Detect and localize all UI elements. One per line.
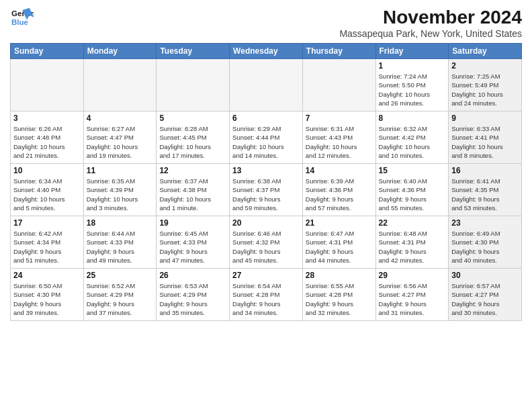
day-number: 1 (379, 61, 446, 71)
day-info: Sunrise: 6:52 AM Sunset: 4:29 PM Dayligh… (87, 281, 154, 317)
header-wednesday: Wednesday (230, 44, 303, 59)
calendar-cell: 8Sunrise: 6:32 AM Sunset: 4:42 PM Daylig… (375, 111, 449, 164)
day-number: 20 (232, 218, 300, 228)
header-sunday: Sunday (11, 44, 84, 59)
day-info: Sunrise: 6:49 AM Sunset: 4:30 PM Dayligh… (451, 229, 519, 265)
day-number: 22 (379, 218, 446, 228)
day-info: Sunrise: 6:38 AM Sunset: 4:37 PM Dayligh… (232, 177, 300, 212)
day-number: 21 (306, 218, 373, 228)
calendar-cell: 20Sunrise: 6:46 AM Sunset: 4:32 PM Dayli… (230, 216, 303, 269)
day-number: 13 (232, 166, 300, 175)
day-info: Sunrise: 6:40 AM Sunset: 4:36 PM Dayligh… (379, 177, 446, 212)
day-number: 8 (379, 113, 446, 123)
day-number: 17 (13, 218, 81, 228)
day-number: 18 (87, 218, 154, 228)
day-info: Sunrise: 7:25 AM Sunset: 5:49 PM Dayligh… (451, 72, 519, 107)
calendar-cell: 17Sunrise: 6:42 AM Sunset: 4:34 PM Dayli… (11, 216, 84, 269)
day-info: Sunrise: 6:27 AM Sunset: 4:47 PM Dayligh… (87, 124, 154, 160)
day-info: Sunrise: 6:34 AM Sunset: 4:40 PM Dayligh… (13, 177, 81, 212)
calendar-week-1: 3Sunrise: 6:26 AM Sunset: 4:48 PM Daylig… (11, 111, 522, 164)
day-info: Sunrise: 6:50 AM Sunset: 4:30 PM Dayligh… (13, 281, 81, 317)
calendar-cell: 16Sunrise: 6:41 AM Sunset: 4:35 PM Dayli… (449, 164, 522, 216)
calendar-cell: 25Sunrise: 6:52 AM Sunset: 4:29 PM Dayli… (83, 269, 157, 321)
day-number: 28 (306, 271, 373, 280)
day-number: 16 (451, 166, 519, 175)
day-number: 14 (306, 166, 373, 175)
day-info: Sunrise: 6:46 AM Sunset: 4:32 PM Dayligh… (232, 229, 300, 265)
calendar-cell: 7Sunrise: 6:31 AM Sunset: 4:43 PM Daylig… (302, 111, 375, 164)
day-number: 15 (379, 166, 446, 175)
calendar-cell: 13Sunrise: 6:38 AM Sunset: 4:37 PM Dayli… (230, 164, 303, 216)
day-info: Sunrise: 6:29 AM Sunset: 4:44 PM Dayligh… (232, 124, 300, 160)
day-info: Sunrise: 6:32 AM Sunset: 4:42 PM Dayligh… (379, 124, 446, 160)
calendar-cell: 11Sunrise: 6:35 AM Sunset: 4:39 PM Dayli… (83, 164, 157, 216)
title-block: November 2024 Massapequa Park, New York,… (339, 7, 522, 39)
day-info: Sunrise: 6:35 AM Sunset: 4:39 PM Dayligh… (87, 177, 154, 212)
calendar-cell: 4Sunrise: 6:27 AM Sunset: 4:47 PM Daylig… (83, 111, 157, 164)
day-info: Sunrise: 6:55 AM Sunset: 4:28 PM Dayligh… (306, 281, 373, 317)
calendar-cell: 10Sunrise: 6:34 AM Sunset: 4:40 PM Dayli… (11, 164, 84, 216)
day-info: Sunrise: 6:54 AM Sunset: 4:28 PM Dayligh… (232, 281, 300, 317)
calendar-cell (157, 59, 230, 111)
calendar-cell: 26Sunrise: 6:53 AM Sunset: 4:29 PM Dayli… (157, 269, 230, 321)
day-number: 6 (232, 113, 300, 123)
header-saturday: Saturday (449, 44, 522, 59)
calendar-cell: 28Sunrise: 6:55 AM Sunset: 4:28 PM Dayli… (302, 269, 375, 321)
calendar-cell: 9Sunrise: 6:33 AM Sunset: 4:41 PM Daylig… (449, 111, 522, 164)
header-monday: Monday (83, 44, 157, 59)
day-number: 30 (451, 271, 519, 280)
calendar-cell: 2Sunrise: 7:25 AM Sunset: 5:49 PM Daylig… (449, 59, 522, 111)
day-info: Sunrise: 6:44 AM Sunset: 4:33 PM Dayligh… (87, 229, 154, 265)
calendar-week-3: 17Sunrise: 6:42 AM Sunset: 4:34 PM Dayli… (11, 216, 522, 269)
day-info: Sunrise: 6:28 AM Sunset: 4:45 PM Dayligh… (159, 124, 226, 160)
day-number: 5 (159, 113, 226, 123)
day-info: Sunrise: 6:26 AM Sunset: 4:48 PM Dayligh… (13, 124, 81, 160)
day-info: Sunrise: 6:41 AM Sunset: 4:35 PM Dayligh… (451, 177, 519, 212)
calendar-cell: 30Sunrise: 6:57 AM Sunset: 4:27 PM Dayli… (449, 269, 522, 321)
day-number: 7 (306, 113, 373, 123)
day-number: 4 (87, 113, 154, 123)
calendar-week-4: 24Sunrise: 6:50 AM Sunset: 4:30 PM Dayli… (11, 269, 522, 321)
day-number: 2 (451, 61, 519, 71)
header-thursday: Thursday (302, 44, 375, 59)
day-info: Sunrise: 6:47 AM Sunset: 4:31 PM Dayligh… (306, 229, 373, 265)
calendar-cell: 27Sunrise: 6:54 AM Sunset: 4:28 PM Dayli… (230, 269, 303, 321)
day-number: 27 (232, 271, 300, 280)
calendar-week-2: 10Sunrise: 6:34 AM Sunset: 4:40 PM Dayli… (11, 164, 522, 216)
day-info: Sunrise: 6:53 AM Sunset: 4:29 PM Dayligh… (159, 281, 226, 317)
calendar-cell: 15Sunrise: 6:40 AM Sunset: 4:36 PM Dayli… (375, 164, 449, 216)
day-info: Sunrise: 6:45 AM Sunset: 4:33 PM Dayligh… (159, 229, 226, 265)
calendar-cell: 22Sunrise: 6:48 AM Sunset: 4:31 PM Dayli… (375, 216, 449, 269)
calendar-cell: 1Sunrise: 7:24 AM Sunset: 5:50 PM Daylig… (375, 59, 449, 111)
calendar-cell: 19Sunrise: 6:45 AM Sunset: 4:33 PM Dayli… (157, 216, 230, 269)
subtitle: Massapequa Park, New York, United States (339, 28, 522, 39)
day-info: Sunrise: 7:24 AM Sunset: 5:50 PM Dayligh… (379, 72, 446, 107)
calendar-week-0: 1Sunrise: 7:24 AM Sunset: 5:50 PM Daylig… (11, 59, 522, 111)
calendar-cell: 5Sunrise: 6:28 AM Sunset: 4:45 PM Daylig… (157, 111, 230, 164)
calendar-cell: 29Sunrise: 6:56 AM Sunset: 4:27 PM Dayli… (375, 269, 449, 321)
header-friday: Friday (375, 44, 449, 59)
day-info: Sunrise: 6:42 AM Sunset: 4:34 PM Dayligh… (13, 229, 81, 265)
day-number: 9 (451, 113, 519, 123)
day-number: 19 (159, 218, 226, 228)
calendar-header-row: Sunday Monday Tuesday Wednesday Thursday… (11, 44, 522, 59)
day-number: 3 (13, 113, 81, 123)
logo-icon: General Blue (10, 7, 34, 28)
day-number: 23 (451, 218, 519, 228)
day-info: Sunrise: 6:39 AM Sunset: 4:36 PM Dayligh… (306, 177, 373, 212)
calendar-cell: 21Sunrise: 6:47 AM Sunset: 4:31 PM Dayli… (302, 216, 375, 269)
day-info: Sunrise: 6:56 AM Sunset: 4:27 PM Dayligh… (379, 281, 446, 317)
calendar-cell: 23Sunrise: 6:49 AM Sunset: 4:30 PM Dayli… (449, 216, 522, 269)
day-number: 25 (87, 271, 154, 280)
header-tuesday: Tuesday (157, 44, 230, 59)
day-number: 12 (159, 166, 226, 175)
calendar-cell: 24Sunrise: 6:50 AM Sunset: 4:30 PM Dayli… (11, 269, 84, 321)
day-info: Sunrise: 6:48 AM Sunset: 4:31 PM Dayligh… (379, 229, 446, 265)
calendar-cell: 18Sunrise: 6:44 AM Sunset: 4:33 PM Dayli… (83, 216, 157, 269)
day-number: 11 (87, 166, 154, 175)
calendar-cell: 12Sunrise: 6:37 AM Sunset: 4:38 PM Dayli… (157, 164, 230, 216)
day-info: Sunrise: 6:37 AM Sunset: 4:38 PM Dayligh… (159, 177, 226, 212)
logo: General Blue (10, 7, 34, 28)
header: General Blue November 2024 Massapequa Pa… (10, 7, 522, 39)
day-number: 29 (379, 271, 446, 280)
